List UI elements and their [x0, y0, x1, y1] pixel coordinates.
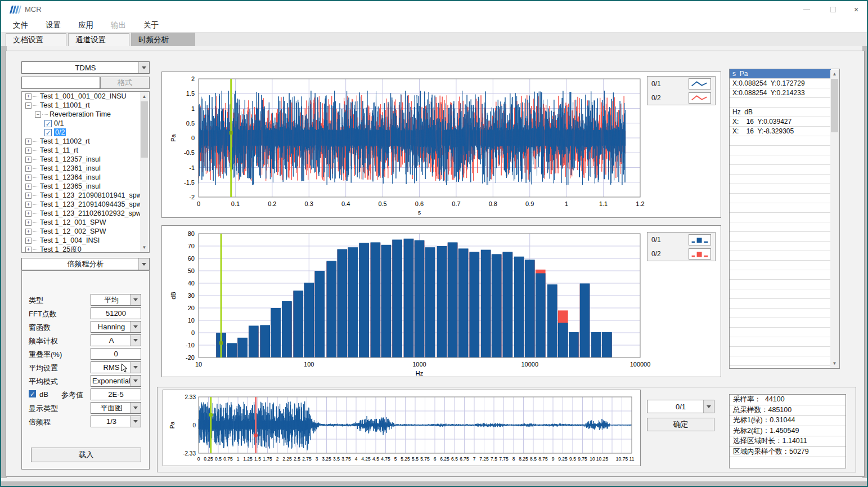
expand-icon[interactable]: +	[25, 148, 32, 154]
readout-row[interactable]	[730, 155, 831, 165]
legend-item-0/2[interactable]: 0/2	[647, 91, 715, 105]
channel-checkbox[interactable]: ✓	[44, 120, 52, 127]
readout-row[interactable]	[730, 309, 831, 318]
average-mode-select[interactable]: Exponential	[91, 375, 141, 387]
tree-item[interactable]: +Test 1_12364_insul	[22, 173, 149, 182]
menu-item-应用[interactable]: 应用	[73, 19, 99, 32]
tree-scrollbar[interactable]: ▲▼	[140, 92, 149, 252]
tree-item[interactable]: +Test 1_1_004_INSI	[22, 236, 149, 245]
db-checkbox[interactable]: ✓	[29, 390, 36, 397]
expand-icon[interactable]: +	[25, 138, 32, 145]
tree-item[interactable]: +Test 1_11_rt	[22, 146, 149, 155]
average-setting-select[interactable]: RMS	[91, 361, 141, 373]
readout-row[interactable]	[730, 242, 831, 251]
close-button[interactable]: ×	[847, 2, 866, 17]
tree-item[interactable]: +Test 1_25度0	[22, 245, 149, 253]
readout-row[interactable]	[730, 146, 831, 155]
readout-row[interactable]	[730, 347, 831, 356]
tree-item[interactable]: +Test 1_123_211026102932_spw	[22, 209, 149, 218]
expand-icon[interactable]: +	[25, 157, 32, 163]
tree-item[interactable]: +Test 1_12357_insul	[22, 155, 149, 164]
tree-item[interactable]: ✓0/1	[22, 119, 149, 128]
readout-row[interactable]	[730, 175, 831, 184]
readout-row[interactable]: X:0.088254 Y:0.214233	[730, 88, 831, 98]
overlap-input[interactable]: 0	[91, 348, 141, 360]
legend-item-0/1[interactable]: 0/1	[647, 77, 715, 91]
window-function-select[interactable]: Hanning	[91, 321, 141, 333]
type-select[interactable]: 平均	[91, 294, 141, 306]
tree-item[interactable]: +Test 1_12_001_SPW	[22, 218, 149, 227]
maximize-button[interactable]	[824, 2, 843, 17]
readout-scrollbar[interactable]: ▲ ▼	[830, 70, 839, 368]
expand-icon[interactable]: +	[25, 202, 32, 208]
tree-item[interactable]: ✓0/2	[22, 128, 149, 137]
scroll-up-icon[interactable]: ▲	[830, 70, 839, 78]
collapse-icon[interactable]: −	[25, 102, 32, 109]
readout-row[interactable]	[730, 289, 831, 299]
menu-item-文件[interactable]: 文件	[7, 19, 34, 32]
scroll-down-icon[interactable]: ▼	[140, 243, 149, 252]
tab-文档设置[interactable]: 文档设置	[6, 33, 66, 46]
expand-icon[interactable]: +	[25, 229, 32, 235]
tab-通道设置[interactable]: 通道设置	[68, 33, 129, 46]
confirm-button[interactable]: 确定	[647, 418, 714, 431]
tree-item[interactable]: +Test 1_12_002_SPW	[22, 227, 149, 236]
tab-时频分析[interactable]: 时频分析	[131, 33, 195, 46]
channel-select[interactable]: 0/1	[647, 400, 714, 413]
readout-row[interactable]	[730, 222, 831, 232]
readout-row[interactable]: X: 16 Y:0.039427	[730, 117, 831, 127]
expand-icon[interactable]: +	[25, 166, 32, 172]
readout-row[interactable]	[730, 98, 831, 108]
tree-item[interactable]: +Test 1_12361_insul	[22, 164, 149, 173]
menu-item-设置[interactable]: 设置	[40, 19, 66, 32]
expand-icon[interactable]: +	[25, 193, 32, 199]
readout-row[interactable]	[730, 136, 831, 146]
readout-row[interactable]: Hz dB	[730, 108, 831, 117]
expand-icon[interactable]: +	[25, 93, 32, 100]
file-format-select[interactable]: TDMS	[21, 61, 150, 74]
readout-row[interactable]	[730, 299, 831, 309]
format-button[interactable]: 格式	[100, 77, 150, 89]
readout-row[interactable]	[730, 261, 831, 270]
frequency-weighting-select[interactable]: A	[91, 334, 141, 346]
scroll-down-icon[interactable]: ▼	[830, 359, 839, 368]
readout-row[interactable]	[730, 232, 831, 242]
tree-item[interactable]: +Test 1_11002_rt	[22, 137, 149, 146]
readout-row[interactable]	[730, 318, 831, 328]
collapse-icon[interactable]: −	[35, 111, 41, 118]
readout-row[interactable]	[730, 337, 831, 347]
readout-row[interactable]	[730, 328, 831, 337]
file-filter-input[interactable]	[21, 77, 100, 89]
expand-icon[interactable]: +	[25, 175, 32, 181]
tree-item[interactable]: +Test 1_123_210908101941_spw	[22, 191, 149, 200]
readout-row[interactable]	[730, 165, 831, 175]
expand-icon[interactable]: +	[25, 211, 32, 217]
readout-row[interactable]	[730, 203, 831, 213]
tree-item[interactable]: +Test 1_001_001_002_INSU	[22, 92, 149, 101]
expand-icon[interactable]: +	[25, 247, 32, 253]
scroll-thumb[interactable]	[141, 101, 148, 158]
display-type-select[interactable]: 平面图	[91, 402, 141, 414]
fft-points-input[interactable]: 51200	[91, 307, 141, 319]
readout-row[interactable]	[730, 356, 831, 366]
minimize-button[interactable]	[797, 2, 816, 17]
octave-select[interactable]: 1/3	[91, 415, 141, 427]
tree-item[interactable]: +Test 1_123_210914094435_spw	[22, 200, 149, 209]
expand-icon[interactable]: +	[25, 184, 32, 190]
readout-header-row[interactable]: s Pa	[730, 69, 831, 79]
readout-row[interactable]	[730, 280, 831, 289]
scroll-up-icon[interactable]: ▲	[140, 92, 149, 101]
tree-item[interactable]: −Reverberation Time	[22, 110, 149, 119]
readout-row[interactable]	[730, 194, 831, 203]
tree-item[interactable]: +Test 1_12365_insul	[22, 182, 149, 191]
analysis-type-select[interactable]: 倍频程分析	[21, 258, 150, 270]
legend-item-0/1[interactable]: 0/1	[647, 233, 715, 247]
legend-item-0/2[interactable]: 0/2	[647, 247, 715, 261]
tree-item[interactable]: −Test 1_11001_rt	[22, 101, 149, 110]
channel-checkbox[interactable]: ✓	[44, 129, 52, 136]
readout-row[interactable]	[730, 251, 831, 261]
readout-row[interactable]: X: 16 Y:-8.329305	[730, 127, 831, 136]
scroll-thumb[interactable]	[831, 79, 838, 132]
load-button[interactable]: 载入	[31, 448, 141, 462]
readout-row[interactable]	[730, 270, 831, 280]
